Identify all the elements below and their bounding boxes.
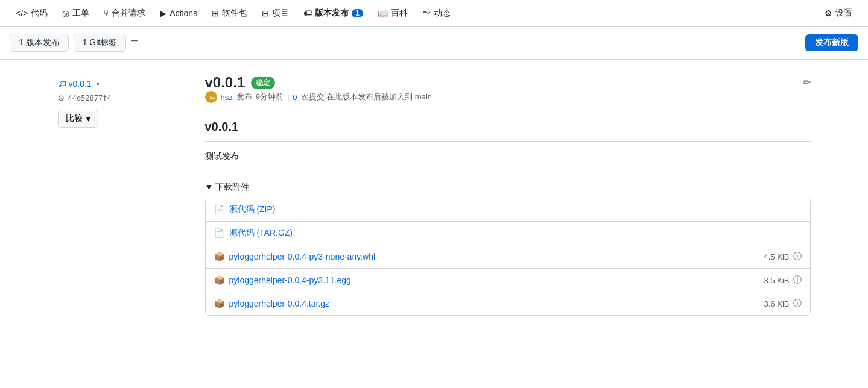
nav-item-code[interactable]: </> 代码 — [10, 3, 54, 23]
releases-badge: 1 — [352, 9, 363, 17]
sub-nav: 1 版本发布 1 Git标签 ⎻ 发布新版 — [0, 27, 868, 60]
nav-item-activity[interactable]: 〜 动态 — [416, 3, 457, 23]
prs-icon: ⑂ — [104, 8, 109, 18]
info-icon-tar[interactable]: ⓘ — [793, 298, 802, 309]
download-meta-tar: 3.6 KiB ⓘ — [764, 298, 802, 309]
release-heading: v0.0.1 — [205, 120, 811, 142]
download-link-whl[interactable]: 📦 pyloggerhelper-0.0.4-py3-none-any.whl — [214, 252, 376, 261]
commits-link[interactable]: 0 — [293, 93, 297, 102]
zip-file-icon: 📄 — [214, 205, 224, 214]
download-item-targz-source: 📄 源代码 (TAR.GZ) — [206, 222, 810, 245]
nav-item-packages[interactable]: ⊞ 软件包 — [206, 3, 253, 23]
release-container: 🏷 v0.0.1 • ⊙ 44d52877f4 比较 ▾ v0.0.1 稳定 — [58, 74, 811, 316]
download-meta-whl: 4.5 KiB ⓘ — [764, 251, 802, 262]
actions-icon: ▶ — [160, 8, 166, 18]
info-icon-whl[interactable]: ⓘ — [793, 251, 802, 262]
main-content: 🏷 v0.0.1 • ⊙ 44d52877f4 比较 ▾ v0.0.1 稳定 — [48, 60, 820, 330]
chevron-down-icon: ▾ — [86, 114, 90, 124]
issues-icon: ◎ — [62, 8, 69, 18]
rss-icon[interactable]: ⎻ — [131, 37, 138, 49]
nav-item-projects[interactable]: ⊟ 项目 — [256, 3, 295, 23]
code-icon: </> — [16, 8, 28, 18]
author-link[interactable]: hsz — [221, 93, 233, 102]
release-version: v0.0.1 — [205, 74, 246, 91]
nav-item-actions[interactable]: ▶ Actions — [154, 4, 203, 23]
release-header: v0.0.1 稳定 hsz hsz 发布 9分钟前 | 0 — [205, 74, 811, 113]
whl-file-icon: 📦 — [214, 252, 224, 261]
dot-separator: • — [97, 79, 100, 89]
projects-icon: ⊟ — [262, 8, 269, 18]
download-item-whl: 📦 pyloggerhelper-0.0.4-py3-none-any.whl … — [206, 245, 810, 269]
download-link-targz-source[interactable]: 📄 源代码 (TAR.GZ) — [214, 228, 293, 239]
publish-release-button[interactable]: 发布新版 — [805, 34, 858, 51]
download-link-zip[interactable]: 📄 源代码 (ZIP) — [214, 204, 276, 215]
nav-item-settings[interactable]: ⚙ 设置 — [819, 3, 858, 23]
author-avatar: hsz — [205, 91, 217, 103]
activity-icon: 〜 — [422, 8, 431, 19]
top-nav: </> 代码 ◎ 工单 ⑂ 合并请求 ▶ Actions ⊞ 软件包 ⊟ 项目 … — [0, 0, 868, 27]
settings-icon: ⚙ — [825, 8, 832, 18]
download-item-zip: 📄 源代码 (ZIP) — [206, 198, 810, 222]
packages-icon: ⊞ — [212, 8, 219, 18]
releases-count-btn[interactable]: 1 版本发布 — [10, 34, 69, 52]
release-title-row: v0.0.1 稳定 — [205, 74, 432, 91]
downloads-section: ▼ 下载附件 📄 源代码 (ZIP) 📄 源代码 (TAR.GZ) — [205, 182, 811, 316]
tar-file-icon: 📦 — [214, 299, 224, 308]
compare-button[interactable]: 比较 ▾ — [58, 110, 98, 128]
nav-item-releases[interactable]: 🏷 版本发布 1 — [297, 3, 369, 23]
downloads-list: 📄 源代码 (ZIP) 📄 源代码 (TAR.GZ) — [205, 198, 811, 316]
nav-item-issues[interactable]: ◎ 工单 — [56, 3, 95, 23]
download-meta-egg: 3.5 KiB ⓘ — [764, 275, 802, 286]
tag-link[interactable]: 🏷 v0.0.1 — [58, 79, 92, 89]
releases-icon: 🏷 — [303, 8, 312, 18]
commit-icon: ⊙ — [58, 93, 65, 102]
egg-file-icon: 📦 — [214, 275, 224, 285]
release-description: 测试发布 — [205, 151, 811, 172]
download-item-tar: 📦 pyloggerhelper-0.0.4.tar.gz 3.6 KiB ⓘ — [206, 292, 810, 315]
edit-icon[interactable]: ✏ — [803, 77, 811, 88]
nav-item-prs[interactable]: ⑂ 合并请求 — [98, 3, 151, 23]
wiki-icon: 📖 — [378, 8, 388, 18]
release-sidebar: 🏷 v0.0.1 • ⊙ 44d52877f4 比较 ▾ — [58, 74, 191, 316]
commit-line: ⊙ 44d52877f4 — [58, 93, 191, 102]
release-meta: hsz hsz 发布 9分钟前 | 0 次提交 在此版本发布后被加入到 main — [205, 91, 432, 103]
release-body: v0.0.1 稳定 hsz hsz 发布 9分钟前 | 0 — [205, 74, 811, 316]
download-link-egg[interactable]: 📦 pyloggerhelper-0.0.4-py3.11.egg — [214, 275, 351, 285]
tags-count-btn[interactable]: 1 Git标签 — [74, 34, 127, 52]
download-item-egg: 📦 pyloggerhelper-0.0.4-py3.11.egg 3.5 Ki… — [206, 269, 810, 292]
info-icon-egg[interactable]: ⓘ — [793, 275, 802, 286]
stable-badge: 稳定 — [251, 77, 275, 89]
targz-file-icon: 📄 — [214, 228, 224, 238]
download-link-tar[interactable]: 📦 pyloggerhelper-0.0.4.tar.gz — [214, 299, 330, 308]
tag-icon: 🏷 — [58, 79, 66, 89]
nav-item-wiki[interactable]: 📖 百科 — [372, 3, 414, 23]
downloads-toggle[interactable]: ▼ 下载附件 — [205, 182, 811, 198]
